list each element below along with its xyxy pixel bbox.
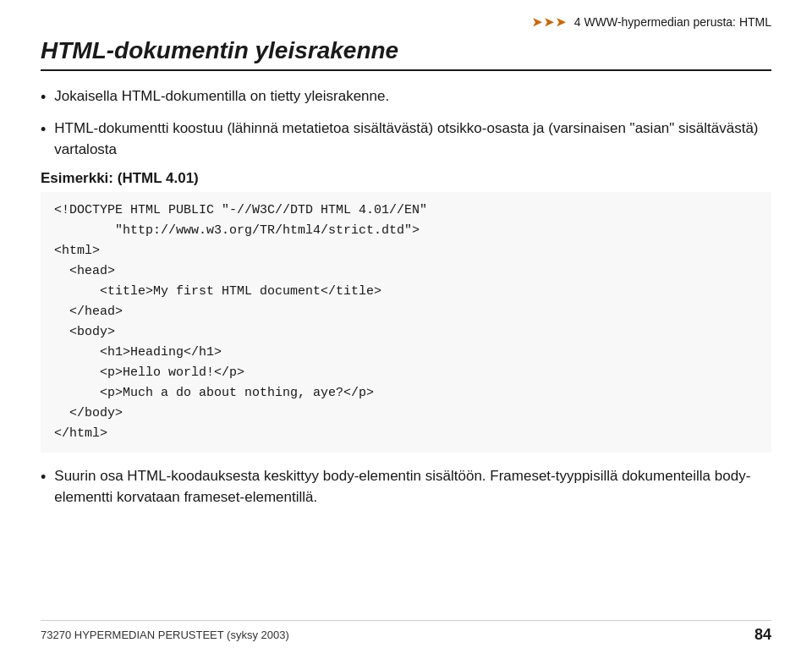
page-title-section: HTML-dokumentin yleisrakenne [41,37,771,71]
bullet-dot-1: • [41,87,46,108]
nav-arrows: ➤ ➤ ➤ [532,15,566,29]
header-nav: ➤ ➤ ➤ 4 WWW-hypermedian perusta: HTML [41,15,771,29]
arrow-icon-2: ➤ [544,15,554,29]
page-number: 84 [754,626,771,644]
footer: 73270 HYPERMEDIAN PERUSTEET (syksy 2003)… [41,620,771,644]
nav-title: 4 WWW-hypermedian perusta: HTML [574,15,771,29]
content-section: • Jokaisella HTML-dokumentilla on tietty… [41,86,771,508]
bullet-item-3: • Suurin osa HTML-koodauksesta keskittyy… [41,466,771,508]
arrow-icon-1: ➤ [532,15,542,29]
bullet-text-2: HTML-dokumentti koostuu (lähinnä metatie… [54,118,771,160]
arrow-icon-3: ➤ [556,15,566,29]
page-container: ➤ ➤ ➤ 4 WWW-hypermedian perusta: HTML HT… [0,0,812,659]
bullet-item-2: • HTML-dokumentti koostuu (lähinnä metat… [41,118,771,160]
bullet-dot-2: • [41,119,46,140]
footer-left: 73270 HYPERMEDIAN PERUSTEET (syksy 2003) [41,629,289,641]
bullet-dot-3: • [41,467,46,488]
page-title: HTML-dokumentin yleisrakenne [41,37,771,64]
bullet-item-1: • Jokaisella HTML-dokumentilla on tietty… [41,86,771,108]
example-label: Esimerkki: (HTML 4.01) [41,170,771,187]
bullet-text-3: Suurin osa HTML-koodauksesta keskittyy b… [54,466,771,508]
bullet-text-1: Jokaisella HTML-dokumentilla on tietty y… [54,86,389,107]
code-block: <!DOCTYPE HTML PUBLIC "-//W3C//DTD HTML … [41,192,771,453]
